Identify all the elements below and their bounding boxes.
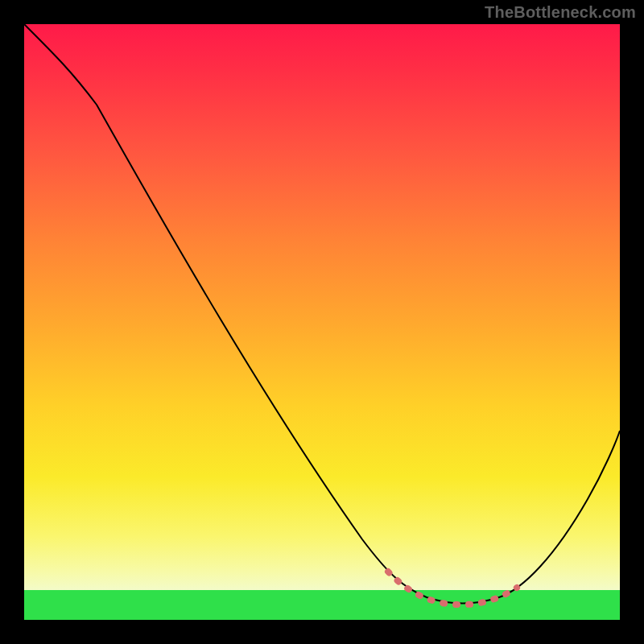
chart-frame: TheBottleneck.com (0, 0, 644, 644)
watermark-text: TheBottleneck.com (485, 3, 636, 22)
bottleneck-curve (24, 24, 620, 604)
plot-area (24, 24, 620, 620)
curve-svg (24, 24, 620, 620)
bottleneck-curve-highlight (388, 572, 517, 605)
